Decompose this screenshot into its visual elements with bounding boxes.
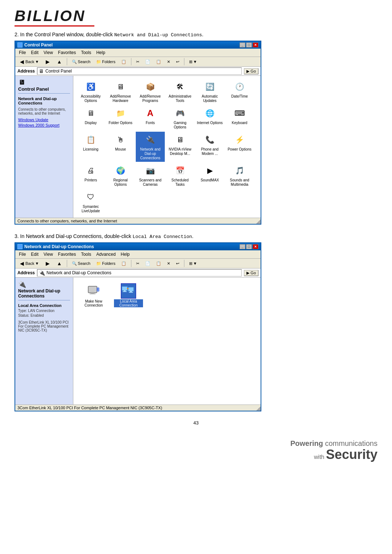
cp-menu-help[interactable]: Help (94, 49, 107, 56)
cp-item-printers[interactable]: 🖨 Printers (76, 163, 105, 188)
cp-network-desc: Connects to other computers, networks, a… (18, 107, 70, 115)
nc-folders-button[interactable]: 📁 Folders (94, 260, 118, 267)
cp-undo-button[interactable]: ↩ (174, 58, 181, 65)
search-icon: 🔍 (72, 59, 77, 64)
cp-item-internet[interactable]: 🌐 Internet Options (195, 105, 224, 131)
cp-history-button[interactable]: 📋 (119, 58, 128, 65)
cp-item-sounds[interactable]: 🎵 Sounds and Multimedia (225, 163, 254, 188)
back-label: Back (25, 59, 34, 64)
datetime-label: Date/Time (231, 94, 248, 99)
cp-menu-tools[interactable]: Tools (79, 49, 93, 56)
nc-maximize-button[interactable]: □ (246, 244, 252, 249)
nc-views-icon: ⊞ (189, 261, 192, 266)
nc-delete-button[interactable]: ✕ (165, 260, 172, 267)
cp-menu-view[interactable]: View (41, 49, 55, 56)
cp-main-content: ♿ Accessibility Options 🖥 Add/Remove Har… (73, 76, 261, 218)
cp-item-phone[interactable]: 📞 Phone and Modem ... (195, 132, 224, 162)
nc-menu-view[interactable]: View (41, 251, 55, 258)
cp-item-addremove-prog[interactable]: 📦 Add/Remove Programs (136, 79, 165, 104)
cp-paste-button[interactable]: 📋 (154, 58, 163, 65)
cp-search-button[interactable]: 🔍 Search (70, 58, 93, 65)
cp-item-mouse[interactable]: 🖱 Mouse (106, 132, 135, 162)
cp-item-regional[interactable]: 🌍 Regional Options (106, 163, 135, 188)
cp-item-fonts[interactable]: A Fonts (136, 105, 165, 131)
cp-forward-button[interactable]: ▶ (42, 58, 53, 66)
cp-item-display[interactable]: 🖥 Display (76, 105, 105, 131)
nc-menu-edit[interactable]: Edit (29, 251, 41, 258)
cp-go-button[interactable]: ▶ Go (244, 68, 258, 74)
nc-close-button[interactable]: ✕ (253, 244, 258, 249)
nc-undo-button[interactable]: ↩ (174, 260, 181, 267)
nc-search-button[interactable]: 🔍 Search (70, 260, 93, 267)
nc-views-button[interactable]: ⊞ ▼ (187, 260, 199, 267)
cp-item-admin-tools[interactable]: 🛠 Administrative Tools (166, 79, 195, 104)
scanners-label: Scanners and Cameras (137, 178, 163, 187)
cp-menu-favorites[interactable]: Favorites (56, 49, 78, 56)
cp-item-datetime[interactable]: 🕐 Date/Time (225, 79, 254, 104)
nc-address-field[interactable]: 🔌 Network and Dial-up Connections (37, 269, 242, 276)
nc-back-button[interactable]: ◀ Back ▼ (17, 259, 41, 267)
cp-content-area: 🖥 Control Panel Network and Dial-up Conn… (15, 76, 261, 218)
cp-item-symantec[interactable]: 🛡 Symantec LiveUpdate (76, 189, 105, 215)
local-area-connection-label: Local Area Connection (114, 299, 143, 307)
cp-up-button[interactable]: ▲ (54, 58, 64, 66)
nc-menu-favorites[interactable]: Favorites (56, 251, 78, 258)
views-icon: ⊞ (189, 59, 192, 64)
cp-item-soundmax[interactable]: ▶ SoundMAX (195, 163, 224, 188)
nc-forward-button[interactable]: ▶ (42, 259, 53, 267)
cp-item-addremove-hw[interactable]: 🖥 Add/Remove Hardware (106, 79, 135, 104)
nc-copy-button[interactable]: 📄 (143, 260, 152, 267)
cp-title-icon (17, 42, 23, 48)
windows-support-link[interactable]: Windows 2000 Support (18, 123, 70, 127)
cp-item-scheduled[interactable]: 📅 Scheduled Tasks (166, 163, 195, 188)
cp-item-scanners[interactable]: 📷 Scanners and Cameras (136, 163, 165, 188)
cp-cut-button[interactable]: ✂ (134, 58, 142, 65)
nc-minimize-button[interactable]: _ (240, 244, 245, 249)
cp-close-button[interactable]: ✕ (253, 42, 258, 48)
nc-local-area-connection[interactable]: Local Area Connection (114, 283, 143, 307)
cp-views-button[interactable]: ⊞ ▼ (187, 58, 199, 65)
cp-item-folder-options[interactable]: 📁 Folder Options (106, 105, 135, 131)
nc-menu-file[interactable]: File (17, 251, 28, 258)
nc-connection-status: Status: Enabled (18, 313, 70, 317)
cp-item-licensing[interactable]: 📋 Licensing (76, 132, 105, 162)
nc-make-new-connection[interactable]: Make New Connection (79, 283, 108, 307)
gaming-icon: 🎮 (173, 107, 187, 120)
nc-history-button[interactable]: 📋 (119, 260, 128, 267)
cp-item-gaming[interactable]: 🎮 Gaming Options (166, 105, 195, 131)
cp-sidebar-title: 🖥 Control Panel (18, 79, 70, 94)
cp-menu-file[interactable]: File (17, 49, 28, 56)
security-text: Security (326, 447, 377, 462)
brand-powering: Powering communications (290, 439, 377, 447)
cp-item-accessibility[interactable]: ♿ Accessibility Options (76, 79, 105, 104)
auto-updates-label: Automatic Updates (197, 94, 223, 103)
printers-icon: 🖨 (84, 164, 97, 177)
windows-update-link[interactable]: Windows Update (18, 118, 70, 122)
nc-go-button[interactable]: ▶ Go (244, 270, 258, 276)
nc-window-controls[interactable]: _ □ ✕ (240, 244, 258, 249)
cp-back-button[interactable]: ◀ Back ▼ (17, 58, 41, 66)
cp-item-power[interactable]: ⚡ Power Options (225, 132, 254, 162)
cp-item-auto-updates[interactable]: 🔄 Automatic Updates (195, 79, 224, 104)
nc-menu-advanced[interactable]: Advanced (94, 251, 118, 258)
licensing-label: Licensing (83, 147, 98, 152)
cp-folders-button[interactable]: 📁 Folders (94, 58, 118, 65)
nc-menu-help[interactable]: Help (119, 251, 132, 258)
cp-item-network[interactable]: 🔌 Network and Dial-up Connections (136, 132, 165, 162)
nc-up-button[interactable]: ▲ (54, 259, 64, 267)
nc-menubar: File Edit View Favorites Tools Advanced … (15, 250, 261, 259)
cp-maximize-button[interactable]: □ (246, 42, 252, 48)
nc-paste-button[interactable]: 📋 (154, 260, 163, 267)
nc-cut-button[interactable]: ✂ (134, 260, 142, 267)
cp-minimize-button[interactable]: _ (240, 42, 245, 48)
nc-menu-tools[interactable]: Tools (79, 251, 93, 258)
cp-item-keyboard[interactable]: ⌨ Keyboard (225, 105, 254, 131)
folder-options-label: Folder Options (109, 121, 132, 125)
cp-window-controls[interactable]: _ □ ✕ (240, 42, 258, 48)
cp-copy-button[interactable]: 📄 (143, 58, 152, 65)
svg-rect-6 (122, 287, 127, 291)
cp-delete-button[interactable]: ✕ (165, 58, 172, 65)
cp-address-field[interactable]: 🖥 Control Panel (37, 67, 242, 75)
cp-item-nvidia[interactable]: 🖥 NVIDIA nView Desktop M... (166, 132, 195, 162)
cp-menu-edit[interactable]: Edit (29, 49, 41, 56)
